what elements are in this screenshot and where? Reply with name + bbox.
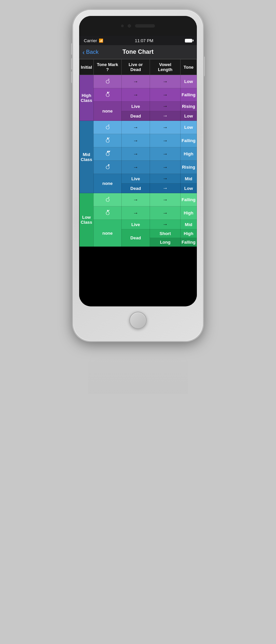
high-tone-2: Falling [181, 88, 197, 102]
tone-mark-symbol: ◌๋ [106, 164, 109, 171]
back-chevron-icon: ‹ [82, 49, 85, 55]
arrow-icon: → [163, 151, 168, 157]
high-liveordead-1: → [121, 75, 150, 88]
arrow-icon: → [163, 197, 168, 202]
mid-class-row-3: ◌๊ → → High [79, 147, 197, 161]
low-vowel-1: → [150, 193, 181, 206]
phone-top-bar [79, 16, 197, 36]
arrow-icon: → [163, 103, 168, 109]
carrier-label: Carrier [84, 38, 97, 43]
tone-mark-symbol: ◌๊ [106, 151, 109, 157]
tone-mark-symbol: ◌้ [106, 137, 109, 144]
arrow-icon: → [163, 79, 168, 84]
arrow-icon: → [163, 138, 168, 143]
high-mark-2: ◌้ [93, 88, 121, 102]
arrow-icon: → [133, 210, 138, 216]
mid-dead-6: Dead [121, 184, 150, 193]
status-bar: Carrier 📶 11:07 PM [79, 36, 197, 45]
arrow-icon: → [163, 124, 168, 130]
mid-vowel-2: → [150, 134, 181, 147]
mid-class-row-4: ◌๋ → → Rising [79, 161, 197, 174]
front-sensor [121, 25, 124, 27]
arrow-icon: → [163, 92, 168, 98]
phone-device: Carrier 📶 11:07 PM ‹ Back Tone Chart [73, 10, 203, 394]
low-live-3: Live [121, 220, 150, 229]
low-mark-none: none [93, 220, 121, 247]
mid-class-row-1: MidClass ◌่ → → Low [79, 121, 197, 134]
low-class-label: LowClass [79, 193, 94, 247]
high-class-label: HighClass [79, 75, 94, 121]
arrow-icon: → [163, 164, 168, 170]
mid-tone-4: Rising [181, 161, 197, 174]
mid-mark-4: ◌๋ [93, 161, 121, 174]
phone-reflection [73, 348, 203, 394]
mid-vowel-6: → [150, 184, 181, 193]
home-button-area [79, 306, 197, 335]
tone-mark-symbol: ◌้ [106, 92, 109, 98]
wifi-icon: 📶 [99, 39, 103, 43]
high-class-row-1: HighClass ◌่ → → Low [79, 75, 197, 88]
mid-tone-5: Mid [181, 174, 197, 184]
col-header-live-dead: Live or Dead [121, 59, 150, 75]
arrow-icon: → [133, 151, 138, 157]
low-class-row-2: ◌้ → → High [79, 206, 197, 220]
high-dead-4: Dead [121, 111, 150, 121]
tone-mark-symbol: ◌่ [106, 124, 109, 131]
back-button[interactable]: ‹ Back [82, 49, 98, 55]
arrow-icon: → [133, 138, 138, 143]
mid-class-label: MidClass [79, 121, 94, 193]
earpiece-speaker [135, 24, 155, 28]
mid-live-5: Live [121, 174, 150, 184]
high-vowel-3: → [150, 102, 181, 111]
high-class-row-3: none Live → Rising [79, 102, 197, 111]
high-liveordead-2: → [121, 88, 150, 102]
high-class-row-2: ◌้ → → Falling [79, 88, 197, 102]
screen-bottom [79, 247, 197, 306]
arrow-icon: → [133, 79, 138, 84]
arrow-icon: → [163, 176, 168, 181]
home-button[interactable] [129, 312, 147, 329]
mid-mark-3: ◌๊ [93, 147, 121, 161]
mid-liveordead-1: → [121, 121, 150, 134]
low-liveordead-2: → [121, 206, 150, 220]
high-vowel-2: → [150, 88, 181, 102]
high-tone-4: Low [181, 111, 197, 121]
mid-tone-2: Falling [181, 134, 197, 147]
nav-bar: ‹ Back Tone Chart [79, 45, 197, 59]
mid-mark-2: ◌้ [93, 134, 121, 147]
tone-chart-table: Initial Tone Mark ? Live or Dead Vowel L… [79, 59, 197, 247]
low-class-row-3: none Live → Mid [79, 220, 197, 229]
battery-icon [185, 39, 192, 42]
time-label: 11:07 PM [135, 38, 154, 43]
mid-liveordead-4: → [121, 161, 150, 174]
arrow-icon: → [133, 92, 138, 98]
arrow-icon: → [163, 113, 168, 119]
low-dead-4: Dead [121, 229, 150, 247]
battery-fill [185, 39, 192, 42]
tone-mark-symbol: ◌่ [106, 197, 109, 203]
col-header-tone: Tone [181, 59, 197, 75]
mid-vowel-1: → [150, 121, 181, 134]
arrow-icon: → [163, 221, 168, 227]
low-tone-1: Falling [181, 193, 197, 206]
mid-tone-6: Low [181, 184, 197, 193]
mid-vowel-3: → [150, 147, 181, 161]
low-tone-4b: Falling [181, 238, 197, 247]
tone-mark-symbol: ◌่ [106, 78, 109, 85]
phone-body: Carrier 📶 11:07 PM ‹ Back Tone Chart [73, 10, 203, 341]
high-tone-3: Rising [181, 102, 197, 111]
high-mark-1: ◌่ [93, 75, 121, 88]
mid-vowel-5: → [150, 174, 181, 184]
tone-mark-symbol: ◌้ [106, 210, 109, 216]
mid-liveordead-2: → [121, 134, 150, 147]
table-header-row: Initial Tone Mark ? Live or Dead Vowel L… [79, 59, 197, 75]
mid-tone-3: High [181, 147, 197, 161]
low-mark-1: ◌่ [93, 193, 121, 206]
high-mark-none: none [93, 102, 121, 121]
low-vowel-4b: Long [150, 238, 181, 247]
low-mark-2: ◌้ [93, 206, 121, 220]
arrow-icon: → [163, 185, 168, 191]
high-live-3: Live [121, 102, 150, 111]
mid-tone-1: Low [181, 121, 197, 134]
low-class-row-1: LowClass ◌่ → → Falling [79, 193, 197, 206]
